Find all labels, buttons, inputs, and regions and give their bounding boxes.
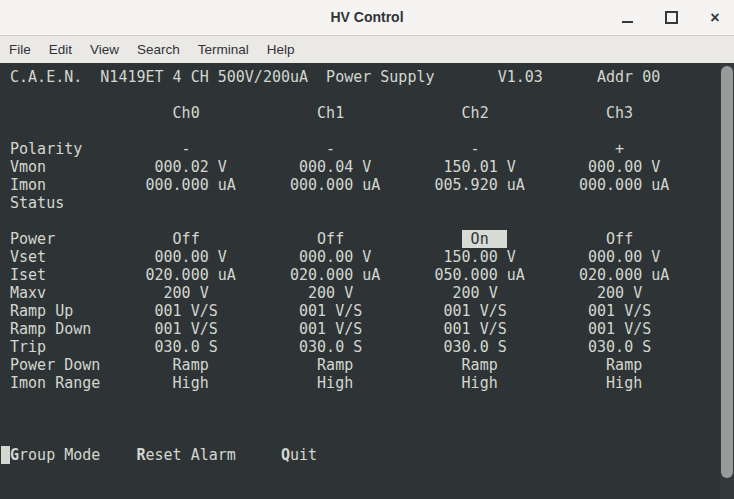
row-ramp-down: Ramp Down 001 V/S 001 V/S 001 V/S 001 V/… — [1, 320, 734, 338]
terminal-line — [1, 482, 734, 499]
minimize-button[interactable] — [616, 7, 638, 29]
hotkey-letter: G — [10, 446, 19, 464]
menu-bar: FileEditViewSearchTerminalHelp — [0, 36, 734, 63]
row-vset: Vset 000.00 V 000.00 V 150.00 V 000.00 V — [1, 248, 734, 266]
action-reset-alarm[interactable]: Reset Alarm — [136, 446, 235, 464]
menu-item-search[interactable]: Search — [129, 38, 188, 61]
device-header-line: C.A.E.N. N1419ET 4 CH 500V/200uA Power S… — [1, 68, 734, 86]
hotkey-letter: R — [136, 446, 145, 464]
terminal-line — [1, 86, 734, 104]
scrollbar-thumb[interactable] — [721, 66, 733, 478]
menu-item-help[interactable]: Help — [259, 38, 303, 61]
terminal-line — [1, 464, 734, 482]
hotkey-letter: Q — [281, 446, 290, 464]
menu-item-view[interactable]: View — [82, 38, 127, 61]
row-iset: Iset 020.000 uA 020.000 uA 050.000 uA 02… — [1, 266, 734, 284]
maximize-button[interactable] — [660, 7, 682, 29]
row-power: Power Off Off On Off — [1, 230, 734, 248]
terminal-line — [1, 122, 734, 140]
row-maxv: Maxv 200 V 200 V 200 V 200 V — [1, 284, 734, 302]
close-icon: × — [710, 10, 719, 26]
power-on-indicator: On — [462, 230, 507, 248]
action-quit[interactable]: Quit — [281, 446, 317, 464]
row-trip: Trip 030.0 S 030.0 S 030.0 S 030.0 S — [1, 338, 734, 356]
window-controls: × — [616, 0, 726, 35]
minimize-icon — [622, 21, 633, 23]
terminal-lines: C.A.E.N. N1419ET 4 CH 500V/200uA Power S… — [0, 63, 734, 499]
action-bar: Group Mode Reset Alarm Quit — [1, 446, 734, 464]
menu-item-edit[interactable]: Edit — [41, 38, 80, 61]
terminal-line — [1, 428, 734, 446]
row-ramp-up: Ramp Up 001 V/S 001 V/S 001 V/S 001 V/S — [1, 302, 734, 320]
app-window: HV Control × FileEditViewSearchTerminalH… — [0, 0, 734, 499]
row-status: Status — [1, 194, 734, 212]
row-imon: Imon 000.000 uA 000.000 uA 005.920 uA 00… — [1, 176, 734, 194]
terminal-line — [1, 212, 734, 230]
row-polarity: Polarity - - - + — [1, 140, 734, 158]
maximize-icon — [665, 11, 678, 24]
row-imon-range: Imon Range High High High High — [1, 374, 734, 392]
terminal-line — [1, 410, 734, 428]
channel-header-line: Ch0 Ch1 Ch2 Ch3 — [1, 104, 734, 122]
scrollbar[interactable] — [720, 63, 734, 499]
menu-item-file[interactable]: File — [9, 38, 39, 61]
title-bar[interactable]: HV Control × — [0, 0, 734, 36]
terminal-line — [1, 392, 734, 410]
terminal-cursor — [1, 446, 10, 464]
terminal-screen[interactable]: C.A.E.N. N1419ET 4 CH 500V/200uA Power S… — [0, 63, 734, 499]
close-button[interactable]: × — [704, 7, 726, 29]
row-power-down: Power Down Ramp Ramp Ramp Ramp — [1, 356, 734, 374]
menu-item-terminal[interactable]: Terminal — [190, 38, 257, 61]
row-vmon: Vmon 000.02 V 000.04 V 150.01 V 000.00 V — [1, 158, 734, 176]
action-group-mode[interactable]: Group Mode — [10, 446, 100, 464]
